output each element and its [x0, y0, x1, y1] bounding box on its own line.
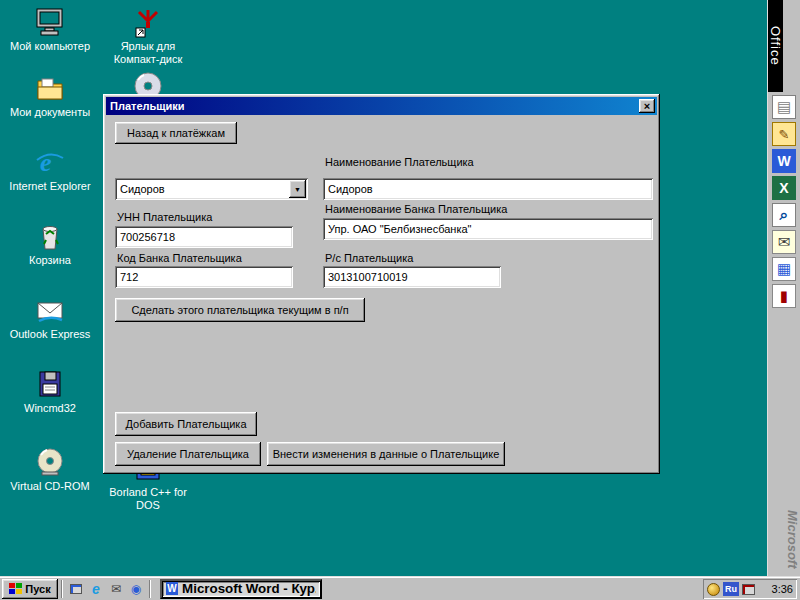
channels-icon[interactable]: ◉ — [127, 580, 145, 598]
payer-name-field[interactable] — [323, 178, 653, 200]
desktop-icon-label: Ярлык для Компакт-диск — [105, 40, 191, 66]
payer-unn-field[interactable] — [115, 226, 293, 248]
desktop-icon-label: Мои документы — [7, 106, 93, 119]
scheduler-tray-icon[interactable] — [707, 583, 720, 596]
payer-name-label: Наименование Плательщика — [325, 156, 474, 168]
desktop-icon-label: Virtual CD-ROM — [7, 480, 93, 493]
system-tray: Ru 3:36 — [703, 579, 797, 599]
word-icon[interactable]: W — [772, 149, 796, 173]
svg-text:e: e — [40, 148, 52, 177]
add-payer-button[interactable]: Добавить Плательщика — [115, 412, 257, 436]
recycle-bin-icon — [7, 220, 93, 254]
taskbar-clock[interactable]: 3:36 — [772, 583, 793, 595]
payer-combobox[interactable]: Сидоров ▼ — [115, 178, 308, 200]
close-icon: × — [644, 101, 650, 111]
start-button-label: Пуск — [25, 583, 50, 595]
bank-name-label: Наименование Банка Плательщика — [325, 203, 507, 215]
delete-payer-button[interactable]: Удаление Плательщика — [115, 442, 261, 466]
new-office-document-icon[interactable]: ▤ — [772, 95, 796, 119]
show-desktop-icon[interactable] — [67, 580, 85, 598]
display-tray-icon[interactable] — [742, 584, 755, 595]
calendar-icon[interactable]: ▦ — [772, 257, 796, 281]
desktop-icon-label: Мой компьютер — [7, 40, 93, 53]
desktop-icon-virtual-cdrom[interactable]: Virtual CD-ROM — [7, 446, 93, 493]
account-field[interactable] — [323, 266, 501, 288]
desktop-icon-label: Wincmd32 — [7, 402, 93, 415]
task-button-label: Microsoft Word - Кур... — [182, 581, 316, 596]
bank-code-field[interactable] — [115, 266, 293, 288]
payer-unn-label: УНН Плательщика — [117, 211, 212, 223]
desktop-icon-my-documents[interactable]: Мои документы — [7, 72, 93, 119]
account-label: Р/с Плательщика — [325, 252, 413, 264]
desktop: Мой компьютер Ярлык для Компакт-диск Мои… — [0, 0, 800, 600]
internet-explorer-icon: e — [7, 146, 93, 180]
virtual-cdrom-icon — [7, 446, 93, 480]
language-indicator[interactable]: Ru — [723, 582, 739, 596]
window-titlebar[interactable]: Плательщики × — [106, 97, 657, 115]
taskbar: Пуск e ✉ ◉ W Microsoft Word - Кур... Ru … — [0, 576, 800, 600]
chevron-down-icon: ▼ — [294, 186, 301, 193]
bank-code-label: Код Банка Плательщика — [117, 252, 242, 264]
payers-window: Плательщики × Назад к платёжкам Наименов… — [103, 94, 660, 474]
word-icon: W — [166, 582, 178, 595]
wincmd32-icon — [7, 368, 93, 402]
combobox-value: Сидоров — [115, 183, 289, 195]
desktop-icon-internet-explorer[interactable]: e Internet Explorer — [7, 146, 93, 193]
find-document-icon[interactable]: ⌕ — [772, 203, 796, 227]
desktop-icon-label: Корзина — [7, 254, 93, 267]
desktop-icon-label: Outlook Express — [7, 328, 93, 341]
desktop-icon-wincmd32[interactable]: Wincmd32 — [7, 368, 93, 415]
shortcut-cd-icon — [105, 6, 191, 40]
back-to-payments-button[interactable]: Назад к платёжкам — [115, 122, 237, 144]
my-computer-icon — [7, 6, 93, 40]
office-bar-title[interactable]: Office — [768, 0, 783, 92]
close-button[interactable]: × — [639, 99, 655, 113]
edit-payer-button[interactable]: Внести изменения в данные о Плательщике — [267, 442, 505, 466]
desktop-icon-label: Internet Explorer — [7, 180, 93, 193]
desktop-icon-label: Borland C++ for DOS — [105, 486, 191, 512]
my-documents-icon — [7, 72, 93, 106]
windows-flag-icon — [9, 583, 22, 595]
taskbar-divider — [149, 580, 151, 598]
bank-name-field[interactable] — [323, 218, 653, 240]
window-title: Плательщики — [110, 100, 639, 112]
microsoft-brand-label: Microsoft — [768, 510, 800, 569]
open-office-document-icon[interactable]: ✎ — [772, 122, 796, 146]
internet-explorer-icon[interactable]: e — [87, 580, 105, 598]
desktop-icon-my-computer[interactable]: Мой компьютер — [7, 6, 93, 53]
combobox-dropdown-button[interactable]: ▼ — [289, 180, 306, 198]
taskbar-divider — [61, 580, 63, 598]
desktop-icon-recycle-bin[interactable]: Корзина — [7, 220, 93, 267]
excel-icon[interactable]: X — [772, 176, 796, 200]
start-button[interactable]: Пуск — [2, 579, 58, 599]
set-current-payer-button[interactable]: Сделать этого плательщика текущим в п/п — [115, 298, 365, 322]
outlook-express-icon — [7, 294, 93, 328]
desktop-icon-outlook-express[interactable]: Outlook Express — [7, 294, 93, 341]
outlook-icon[interactable]: ✉ — [772, 230, 796, 254]
bookshelf-icon[interactable]: ▮ — [772, 284, 796, 308]
office-shortcut-bar: Office ▤ ✎ W X ⌕ ✉ ▦ ▮ Microsoft — [767, 0, 800, 576]
desktop-icon-shortcut-cd[interactable]: Ярлык для Компакт-диск — [105, 6, 191, 66]
task-button-word[interactable]: W Microsoft Word - Кур... — [160, 579, 322, 599]
outlook-express-icon[interactable]: ✉ — [107, 580, 125, 598]
